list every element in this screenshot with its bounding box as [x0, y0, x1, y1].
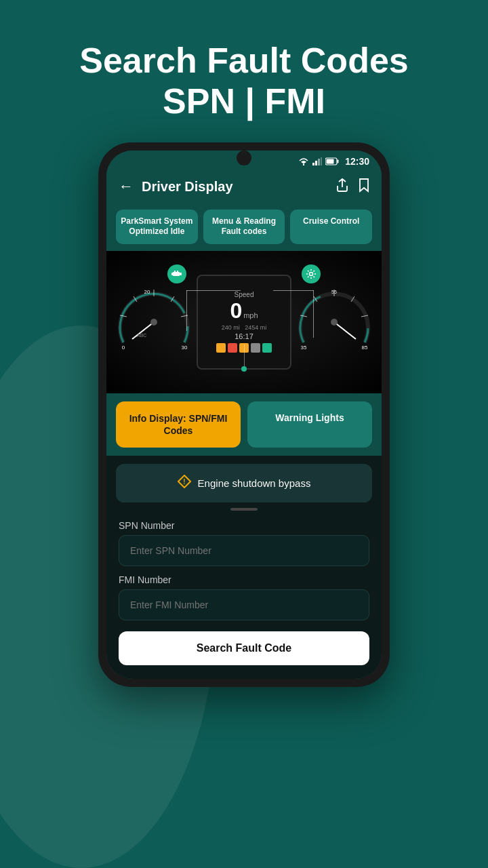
- status-icons: 12:30: [298, 156, 369, 167]
- bottom-content: ! Engine shutdown bypass SPN Number FMI …: [106, 456, 382, 679]
- drag-handle: [230, 508, 258, 511]
- spn-input[interactable]: [119, 535, 369, 566]
- form-area: SPN Number FMI Number Search Fault Code: [116, 520, 372, 665]
- svg-rect-5: [321, 157, 322, 165]
- header-title-line1: Search Fault Codes: [79, 41, 408, 80]
- svg-text:35: 35: [301, 344, 307, 351]
- svg-rect-21: [180, 273, 182, 275]
- odometer: 240 mi 2454 mi: [222, 324, 267, 331]
- spn-label: SPN Number: [119, 520, 369, 531]
- svg-rect-20: [173, 272, 180, 276]
- svg-rect-7: [338, 159, 339, 163]
- svg-text:!: !: [183, 478, 185, 486]
- fmi-input[interactable]: [119, 589, 369, 620]
- battery-icon: [325, 157, 339, 165]
- wifi-icon: [298, 157, 309, 165]
- svg-line-34: [334, 322, 356, 339]
- annotation-line-left: [186, 290, 187, 331]
- svg-rect-2: [312, 163, 314, 165]
- nav-actions: [336, 178, 369, 196]
- svg-rect-8: [327, 159, 334, 163]
- search-button[interactable]: Search Fault Code: [119, 631, 369, 665]
- engine-indicator-right: [302, 264, 321, 283]
- nav-bar: ← Driver Display: [106, 170, 382, 204]
- svg-text:55: 55: [331, 290, 337, 294]
- back-button[interactable]: ←: [119, 178, 134, 195]
- fmi-label: FMI Number: [119, 574, 369, 585]
- info-display-button[interactable]: Info Display: SPN/FMI Codes: [116, 401, 241, 448]
- cruise-control-button[interactable]: Cruise Control: [290, 210, 372, 244]
- nav-title: Driver Display: [142, 179, 327, 195]
- app-header: Search Fault Codes SPN | FMI: [79, 41, 408, 122]
- svg-text:30: 30: [182, 344, 188, 351]
- annotation-dot-bottom: [241, 366, 247, 372]
- svg-text:20: 20: [144, 289, 150, 295]
- engine-indicator-left: [167, 264, 186, 283]
- phone-mockup: 12:30 ← Driver Display: [98, 142, 390, 688]
- camera-notch: [237, 151, 251, 165]
- speed-label: Speed: [235, 291, 254, 298]
- warn-icon-4: [251, 343, 260, 353]
- status-bar: 12:30: [106, 151, 382, 170]
- svg-point-1: [303, 163, 304, 165]
- engine-bypass-label: Engine shutdown bypass: [198, 477, 311, 489]
- svg-text:0: 0: [122, 344, 125, 351]
- warn-icon-1: [216, 343, 226, 353]
- svg-rect-3: [315, 161, 317, 165]
- warn-icon-2: [228, 343, 237, 353]
- svg-rect-23: [174, 271, 176, 273]
- svg-point-18: [150, 319, 157, 326]
- svg-point-35: [331, 319, 338, 326]
- annotation-line-right: [313, 290, 314, 338]
- parksmart-button[interactable]: ParkSmart System Optimized Idle: [116, 210, 198, 244]
- feature-buttons-row: ParkSmart System Optimized Idle Menu & R…: [106, 204, 382, 251]
- warning-lights-button[interactable]: Warning Lights: [247, 401, 372, 448]
- annotation-line-right-h: [273, 290, 314, 291]
- speed-unit: mph: [243, 311, 258, 319]
- dashboard-area: 0 20 30 ABC: [106, 251, 382, 393]
- right-gauge: 35 55 85: [293, 281, 375, 363]
- svg-text:85: 85: [362, 344, 368, 351]
- action-buttons: Info Display: SPN/FMI Codes Warning Ligh…: [106, 393, 382, 456]
- time-display: 16:17: [235, 332, 253, 340]
- svg-rect-22: [171, 273, 174, 275]
- status-time: 12:30: [345, 156, 369, 167]
- engine-bypass-button[interactable]: ! Engine shutdown bypass: [116, 464, 372, 502]
- signal-icon: [312, 157, 322, 165]
- svg-rect-4: [318, 159, 320, 165]
- warning-diamond-icon: !: [178, 475, 191, 492]
- speed-value: 0: [230, 300, 242, 321]
- left-gauge: 0 20 30 ABC: [113, 281, 195, 363]
- svg-text:ABC: ABC: [137, 333, 146, 338]
- share-button[interactable]: [336, 178, 349, 196]
- svg-rect-24: [177, 271, 178, 273]
- bookmark-button[interactable]: [359, 178, 369, 196]
- warn-icon-5: [262, 343, 272, 353]
- menu-fault-button[interactable]: Menu & Reading Fault codes: [203, 210, 285, 244]
- svg-point-25: [310, 272, 313, 275]
- header-title-line2: SPN | FMI: [163, 81, 325, 121]
- annotation-line-left-h: [186, 290, 241, 291]
